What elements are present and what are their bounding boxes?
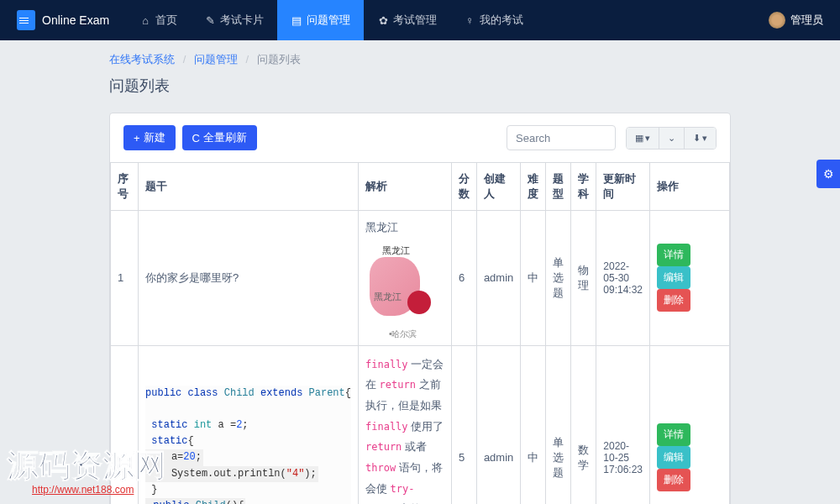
question-table: 序号 题干 解析 分数 创建人 难度 题型 学科 更新时间 操作 1 你的家乡是…	[110, 162, 730, 504]
cell-seq: 1	[111, 211, 139, 346]
edit-button[interactable]: 编辑	[657, 266, 690, 289]
nav-menu: ⌂ 首页 ✎ 考试卡片 ▤ 问题管理 ✿ 考试管理 ♀ 我的考试	[126, 0, 769, 40]
nav-question-mgmt-label: 问题管理	[307, 13, 350, 28]
cell-difficulty: 中	[521, 345, 546, 504]
toolbar-right: ▦▾ ⌄ ⬇▾	[507, 125, 717, 150]
col-creator[interactable]: 创建人	[476, 163, 520, 211]
cell-analysis: 黑龙江 黑龙江 黑龙江 •哈尔滨	[358, 211, 451, 346]
breadcrumb-root[interactable]: 在线考试系统	[109, 53, 175, 66]
col-diff[interactable]: 难度	[521, 163, 546, 211]
col-type[interactable]: 题型	[546, 163, 571, 211]
cell-score: 6	[451, 211, 476, 346]
nav-exam-card[interactable]: ✎ 考试卡片	[191, 0, 277, 40]
plus-icon: +	[134, 132, 140, 144]
col-seq[interactable]: 序号	[111, 163, 139, 211]
delete-button[interactable]: 删除	[657, 289, 690, 312]
refresh-button[interactable]: C 全量刷新	[182, 125, 257, 150]
logo-icon	[17, 10, 35, 30]
cell-question: public class Child extends Parent{ stati…	[139, 345, 359, 504]
analysis-title: 黑龙江	[365, 219, 444, 236]
cell-creator: admin	[476, 211, 520, 346]
map-label: 黑龙江	[374, 291, 402, 303]
col-score[interactable]: 分数	[451, 163, 476, 211]
nav-question-mgmt[interactable]: ▤ 问题管理	[277, 0, 364, 40]
map-label: 黑龙江	[382, 244, 410, 257]
cell-type: 单选题	[546, 345, 571, 504]
columns-button[interactable]: ▦▾	[627, 128, 659, 149]
col-analysis[interactable]: 解析	[358, 163, 451, 211]
caret-down-icon: ▾	[702, 133, 707, 144]
search-input[interactable]	[507, 125, 616, 150]
grid-icon: ▦	[635, 133, 643, 144]
page-header: 在线考试系统 / 问题管理 / 问题列表 问题列表	[0, 40, 840, 96]
map-image: 黑龙江 黑龙江 •哈尔滨	[365, 244, 436, 337]
code-snippet: public class Child extends Parent{ stati…	[145, 386, 351, 504]
download-button[interactable]: ⬇▾	[685, 128, 716, 149]
cell-updated: 2020-10-25 17:06:23	[596, 345, 650, 504]
question-icon: ▤	[291, 14, 302, 26]
expand-button[interactable]: ⌄	[659, 128, 685, 149]
settings-tab[interactable]: ⚙	[816, 160, 840, 188]
cell-ops: 详情 编辑 删除	[650, 211, 730, 346]
new-button[interactable]: + 新建	[123, 125, 176, 150]
col-time[interactable]: 更新时间	[596, 163, 650, 211]
table-header-row: 序号 题干 解析 分数 创建人 难度 题型 学科 更新时间 操作	[111, 163, 730, 211]
delete-button[interactable]: 删除	[657, 469, 690, 491]
top-navbar: Online Exam ⌂ 首页 ✎ 考试卡片 ▤ 问题管理 ✿ 考试管理 ♀ …	[0, 0, 840, 40]
user-area[interactable]: 管理员	[769, 12, 823, 29]
cell-type: 单选题	[546, 211, 571, 346]
toolbar-left: + 新建 C 全量刷新	[123, 125, 257, 150]
gear-icon: ⚙	[823, 167, 834, 181]
user-role: 管理员	[790, 13, 823, 28]
exam-icon: ✿	[377, 14, 389, 26]
avatar	[769, 12, 785, 29]
breadcrumb-mid[interactable]: 问题管理	[194, 53, 238, 66]
user-icon: ♀	[464, 14, 475, 26]
nav-exam-mgmt[interactable]: ✿ 考试管理	[364, 0, 450, 40]
cell-creator: admin	[476, 345, 520, 504]
new-button-label: 新建	[144, 130, 165, 145]
page-title: 问题列表	[109, 76, 731, 96]
cell-updated: 2022-05-30 09:14:32	[596, 211, 650, 346]
nav-exam-card-label: 考试卡片	[220, 13, 264, 28]
nav-my-exam[interactable]: ♀ 我的考试	[450, 0, 537, 40]
cell-subject: 物理	[571, 211, 596, 346]
nav-home-label: 首页	[155, 13, 177, 28]
table-row: 1 你的家乡是哪里呀? 黑龙江 黑龙江 黑龙江 •哈尔滨 6	[111, 211, 730, 346]
nav-my-exam-label: 我的考试	[480, 13, 523, 28]
app-name: Online Exam	[42, 13, 109, 27]
caret-down-icon: ▾	[645, 133, 650, 144]
brand: Online Exam	[17, 10, 109, 30]
card-toolbar: + 新建 C 全量刷新 ▦▾ ⌄ ⬇▾	[110, 113, 730, 162]
chevron-down-icon: ⌄	[668, 133, 675, 144]
refresh-button-label: 全量刷新	[203, 130, 247, 145]
col-ops[interactable]: 操作	[650, 163, 730, 211]
card-icon: ✎	[204, 14, 216, 26]
home-icon: ⌂	[139, 14, 151, 26]
edit-button[interactable]: 编辑	[657, 446, 690, 469]
content-card: + 新建 C 全量刷新 ▦▾ ⌄ ⬇▾ 序号 题干 解析 分数 创建人	[109, 113, 731, 504]
download-icon: ⬇	[693, 133, 701, 144]
table-row: public class Child extends Parent{ stati…	[111, 345, 730, 504]
cell-ops: 详情 编辑 删除	[650, 345, 730, 504]
breadcrumb-leaf: 问题列表	[257, 53, 301, 66]
cell-subject: 数学	[571, 345, 596, 504]
cell-seq	[111, 345, 139, 504]
nav-home[interactable]: ⌂ 首页	[126, 0, 191, 40]
detail-button[interactable]: 详情	[657, 244, 690, 266]
view-controls: ▦▾ ⌄ ⬇▾	[626, 127, 717, 150]
nav-exam-mgmt-label: 考试管理	[393, 13, 437, 28]
col-subj[interactable]: 学科	[571, 163, 596, 211]
refresh-icon: C	[192, 132, 200, 144]
map-label: •哈尔滨	[389, 328, 417, 340]
analysis-text: finally 一定会在 return 之前执行，但是如果 finally 使用…	[365, 354, 444, 505]
col-question[interactable]: 题干	[139, 163, 359, 211]
cell-question: 你的家乡是哪里呀?	[139, 211, 359, 346]
cell-score: 5	[451, 345, 476, 504]
cell-analysis: finally 一定会在 return 之前执行，但是如果 finally 使用…	[358, 345, 451, 504]
breadcrumb: 在线考试系统 / 问题管理 / 问题列表	[109, 52, 731, 67]
cell-difficulty: 中	[521, 211, 546, 346]
detail-button[interactable]: 详情	[657, 423, 690, 446]
